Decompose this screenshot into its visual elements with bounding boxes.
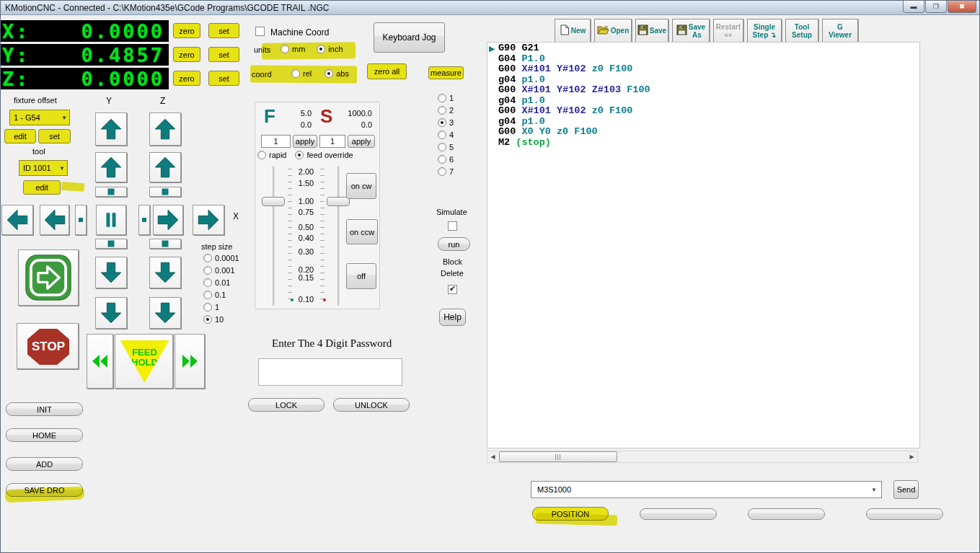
jog-z-up-button[interactable]	[149, 152, 181, 182]
thread-option-1[interactable]: 1	[438, 94, 454, 102]
jog-x-right-step-button[interactable]	[138, 205, 150, 235]
override-mode-option-feed-override[interactable]: feed override	[295, 151, 353, 159]
bottom-blank-button-2[interactable]	[748, 508, 825, 520]
chevron-down-icon[interactable]: ▼	[871, 487, 877, 493]
tool-dropdown[interactable]: ID 1001 ▼	[19, 160, 68, 176]
home-button[interactable]: HOME	[6, 428, 83, 442]
spindle-input[interactable]: 1	[319, 135, 345, 148]
help-button[interactable]: Help	[439, 309, 466, 326]
radio-icon[interactable]	[281, 45, 289, 53]
step-size-option-0.001[interactable]: 0.001	[203, 266, 239, 275]
restore-button[interactable]: ❐	[925, 1, 947, 13]
step-size-option-0.0001[interactable]: 0.0001	[203, 254, 239, 262]
feedrate-slider-thumb[interactable]	[262, 197, 285, 206]
zero-y-button[interactable]: zero	[173, 47, 200, 62]
tool-edit-button[interactable]: edit	[23, 180, 61, 195]
radio-icon[interactable]	[203, 315, 212, 324]
block-delete-checkbox[interactable]	[448, 285, 457, 294]
jog-pause-button[interactable]	[96, 205, 126, 235]
lock-button[interactable]: LOCK	[248, 398, 325, 412]
spindle-off-button[interactable]: off	[346, 263, 376, 289]
toolbar-single-step-button[interactable]: SingleStep ↴	[747, 19, 782, 43]
zero-z-button[interactable]: zero	[173, 71, 200, 86]
thread-option-6[interactable]: 6	[438, 155, 454, 164]
gcode-editor[interactable]: ▶ G90 G21G04 P1.0G00 X#101 Y#102 z0 F100…	[487, 42, 920, 448]
title-bar[interactable]: KMotionCNC - Connected - C:\KMotion435e\…	[1, 1, 979, 15]
radio-icon[interactable]	[317, 45, 325, 53]
radio-icon[interactable]	[438, 130, 446, 139]
spindle-apply-button[interactable]: apply	[348, 135, 375, 148]
feedrate-slider-track[interactable]	[273, 166, 275, 306]
run-button[interactable]: run	[438, 237, 470, 251]
feedrate-apply-button[interactable]: apply	[293, 135, 317, 148]
zero-x-button[interactable]: zero	[173, 23, 200, 38]
toolbar-tool-setup-button[interactable]: ToolSetup	[785, 19, 818, 43]
step-size-option-10[interactable]: 10	[203, 315, 239, 324]
stop-button[interactable]: STOP	[17, 323, 79, 369]
close-button[interactable]: ✖	[948, 1, 976, 13]
add-button[interactable]: ADD	[6, 457, 83, 471]
keyboard-jog-button[interactable]: Keyboard Jog	[374, 22, 445, 53]
jog-z-down-fast-button[interactable]	[149, 297, 181, 329]
chevron-down-icon[interactable]: ▼	[61, 115, 67, 121]
override-mode-option-rapid[interactable]: rapid	[257, 151, 286, 159]
cycle-start-button[interactable]	[18, 249, 79, 306]
jog-y-up-button[interactable]	[95, 152, 127, 182]
jog-z-up-step-button[interactable]	[149, 187, 181, 197]
jog-x-right-fast-button[interactable]	[193, 205, 224, 235]
mdi-combobox[interactable]: M3S1000 ▼	[531, 481, 882, 498]
minimize-button[interactable]: ▬	[903, 1, 924, 13]
radio-icon[interactable]	[438, 143, 446, 151]
unlock-button[interactable]: UNLOCK	[333, 398, 410, 412]
scroll-right-icon[interactable]: ▶	[906, 451, 917, 462]
bottom-blank-button-3[interactable]	[866, 508, 943, 520]
toolbar-save-button[interactable]: Save	[635, 19, 668, 43]
jog-z-down-step-button[interactable]	[149, 239, 181, 249]
spindle-on-cw-button[interactable]: on cw	[346, 173, 376, 199]
coord-option-rel[interactable]: rel	[291, 69, 312, 78]
toolbar-open-button[interactable]: Open	[594, 19, 632, 43]
toolbar-restart-button[interactable]: Restart««	[713, 19, 743, 43]
radio-icon[interactable]	[438, 155, 446, 164]
chevron-down-icon[interactable]: ▼	[59, 165, 65, 172]
radio-icon[interactable]	[203, 254, 212, 262]
radio-icon[interactable]	[438, 106, 446, 115]
radio-icon[interactable]	[257, 151, 266, 159]
jog-y-down-button[interactable]	[95, 257, 127, 288]
password-input[interactable]	[258, 358, 402, 386]
step-size-option-0.1[interactable]: 0.1	[203, 291, 239, 299]
radio-icon[interactable]	[295, 151, 304, 159]
toolbar-new-button[interactable]: New	[555, 19, 591, 43]
feed-hold-button[interactable]: FEED HOLD	[115, 334, 173, 389]
thread-option-5[interactable]: 5	[438, 143, 454, 151]
jog-z-down-button[interactable]	[149, 257, 181, 288]
jog-y-up-fast-button[interactable]	[95, 112, 127, 146]
coord-option-abs[interactable]: abs	[325, 69, 349, 78]
bottom-blank-button-1[interactable]	[640, 508, 717, 520]
radio-icon[interactable]	[203, 266, 212, 275]
simulate-checkbox[interactable]	[448, 221, 457, 231]
units-option-mm[interactable]: mm	[281, 45, 305, 53]
step-size-option-1[interactable]: 1	[203, 303, 239, 311]
machine-coord-checkbox[interactable]	[255, 27, 265, 36]
radio-icon[interactable]	[203, 278, 212, 287]
radio-icon[interactable]	[203, 303, 212, 311]
thread-option-2[interactable]: 2	[438, 106, 454, 115]
units-option-inch[interactable]: inch	[317, 45, 343, 53]
radio-icon[interactable]	[325, 69, 333, 78]
thread-option-4[interactable]: 4	[438, 130, 454, 139]
scrollbar-thumb[interactable]	[499, 451, 617, 462]
jog-z-up-fast-button[interactable]	[149, 112, 181, 146]
toolbar-g-viewer-button[interactable]: GViewer	[822, 19, 858, 43]
send-button[interactable]: Send	[893, 480, 919, 499]
thread-option-7[interactable]: 7	[438, 167, 454, 176]
fixture-offset-dropdown[interactable]: 1 - G54 ▼	[9, 110, 70, 125]
zero-all-button[interactable]: zero all	[367, 63, 407, 79]
thread-option-3[interactable]: 3	[438, 118, 454, 127]
spindle-slider-track[interactable]	[337, 166, 340, 306]
set-z-button[interactable]: set	[208, 71, 239, 86]
radio-icon[interactable]	[438, 94, 446, 102]
set-x-button[interactable]: set	[208, 23, 239, 38]
feed-faster-button[interactable]	[175, 334, 205, 389]
jog-y-down-fast-button[interactable]	[95, 297, 127, 329]
